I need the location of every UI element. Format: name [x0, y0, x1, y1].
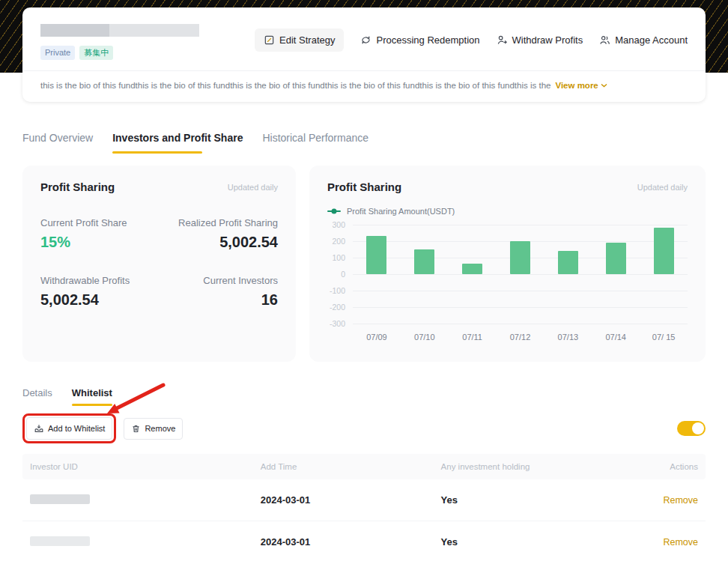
- withdraw-profits-label: Withdraw Profits: [512, 34, 583, 46]
- active-tab-underline: [112, 151, 202, 154]
- chart-bar: [366, 236, 386, 274]
- holding-cell: Yes: [441, 536, 638, 548]
- stat-withdrawable-profits: Withdrawable Profits 5,002.54: [40, 275, 160, 309]
- profit-sharing-bar-chart: 3002001000-100-200-300: [327, 225, 688, 324]
- processing-redemption-button[interactable]: Processing Redemption: [360, 34, 479, 46]
- chart-gridline: [353, 274, 688, 275]
- chart-gridline: [353, 291, 688, 291]
- row-remove-link[interactable]: Remove: [663, 495, 698, 506]
- annotation-highlight-box: Add to Whitelist: [22, 413, 116, 443]
- remove-button-label: Remove: [145, 424, 175, 433]
- y-axis-label: -300: [330, 319, 345, 328]
- x-axis-label: 07/ 15: [640, 333, 688, 342]
- whitelist-toggle[interactable]: [677, 421, 706, 436]
- chart-card-title: Profit Sharing: [327, 181, 401, 193]
- x-axis-label: 07/09: [353, 333, 401, 342]
- edit-strategy-label: Edit Strategy: [279, 34, 335, 46]
- chart-bar: [414, 249, 434, 274]
- stat-current-profit-share: Current Profit Share 15%: [40, 217, 160, 251]
- chart-bar: [462, 264, 482, 274]
- edit-icon: [264, 34, 275, 46]
- y-axis-label: -100: [330, 286, 345, 295]
- table-header-row: Investor UID Add Time Any investment hol…: [22, 454, 706, 479]
- stats-grid: Current Profit Share 15% Realized Profit…: [40, 217, 278, 309]
- tab-fund-overview[interactable]: Fund Overview: [22, 132, 93, 154]
- header-actions: Actions: [638, 462, 698, 471]
- private-badge: Private: [40, 46, 75, 60]
- remove-button[interactable]: Remove: [124, 418, 183, 440]
- header-investor-uid: Investor UID: [30, 462, 261, 471]
- manage-account-icon: [599, 34, 610, 46]
- y-axis-label: 100: [332, 253, 345, 262]
- view-more-link[interactable]: View more: [555, 81, 607, 90]
- chart-gridline: [353, 307, 688, 308]
- table-row: 2024-03-01 Yes Remove: [22, 479, 706, 521]
- redemption-icon: [360, 34, 371, 46]
- fund-header-card: Private 募集中 Edit Strategy: [22, 7, 706, 102]
- updated-daily-label: Updated daily: [228, 183, 278, 192]
- whitelist-toolbar: Add to Whitelist Remove: [22, 413, 706, 443]
- investor-uid-redacted: [30, 494, 90, 504]
- tab-fund-overview-label: Fund Overview: [22, 132, 93, 144]
- edit-strategy-button[interactable]: Edit Strategy: [255, 28, 344, 52]
- recruiting-badge: 募集中: [79, 46, 113, 60]
- tab-details-label: Details: [22, 387, 52, 398]
- chart-bar: [510, 241, 530, 274]
- stat-current-investors: Current Investors 16: [160, 275, 279, 309]
- investor-uid-redacted: [30, 536, 90, 546]
- add-to-whitelist-label: Add to Whitelist: [48, 424, 105, 433]
- badges-row: Private 募集中: [40, 46, 199, 60]
- stat-realized-profit-sharing: Realized Profit Sharing 5,002.54: [160, 217, 279, 251]
- processing-redemption-label: Processing Redemption: [376, 34, 479, 46]
- chart-updated-daily-label: Updated daily: [637, 183, 688, 192]
- view-more-label: View more: [555, 81, 598, 90]
- y-axis-label: 0: [341, 270, 345, 279]
- fund-name-redacted: [40, 24, 199, 37]
- chart-gridline: [353, 324, 688, 324]
- y-axis-label: 200: [332, 237, 345, 246]
- chart-x-axis: 07/0907/1007/1107/1207/1307/1407/ 15: [353, 333, 688, 342]
- legend-label: Profit Sharing Amount(USDT): [347, 207, 455, 216]
- whitelist-tabs: Details Whitelist: [22, 387, 706, 406]
- add-to-whitelist-icon: [34, 423, 44, 434]
- chart-bar: [654, 228, 674, 274]
- chart-legend: Profit Sharing Amount(USDT): [327, 207, 688, 216]
- tab-details[interactable]: Details: [22, 387, 52, 406]
- table-row: 2024-03-01 Yes Remove: [22, 521, 706, 561]
- x-axis-label: 07/14: [592, 333, 640, 342]
- legend-line-dot-icon: [327, 210, 341, 212]
- tab-investors-label: Investors and Profit Share: [112, 132, 243, 144]
- tab-whitelist[interactable]: Whitelist: [72, 387, 112, 406]
- add-to-whitelist-button[interactable]: Add to Whitelist: [26, 417, 112, 440]
- header-add-time: Add Time: [261, 462, 441, 471]
- manage-account-label: Manage Account: [615, 34, 688, 46]
- main-tabs: Fund Overview Investors and Profit Share…: [22, 132, 706, 154]
- holding-cell: Yes: [441, 494, 638, 506]
- tab-whitelist-label: Whitelist: [72, 387, 112, 398]
- chart-plot: [353, 225, 688, 324]
- chart-y-axis: 3002001000-100-200-300: [327, 225, 353, 324]
- whitelist-tab-underline: [72, 404, 112, 406]
- fund-bio-text: this is the bio of this fundthis is the …: [40, 81, 550, 90]
- profit-sharing-chart-card: Profit Sharing Updated daily Profit Shar…: [309, 166, 706, 362]
- x-axis-label: 07/12: [497, 333, 545, 342]
- profit-sharing-stats-card: Profit Sharing Updated daily Current Pro…: [22, 166, 296, 362]
- x-axis-label: 07/13: [544, 333, 592, 342]
- add-time-cell: 2024-03-01: [261, 494, 441, 506]
- chevron-down-icon: [601, 83, 607, 88]
- tab-investors-profit-share[interactable]: Investors and Profit Share: [112, 132, 243, 154]
- manage-account-button[interactable]: Manage Account: [599, 34, 688, 46]
- trash-icon: [131, 424, 141, 434]
- x-axis-label: 07/11: [449, 333, 497, 342]
- toggle-knob: [692, 422, 704, 434]
- withdraw-icon: [497, 34, 508, 46]
- tab-historical-label: Historical Performance: [262, 132, 368, 144]
- y-axis-label: -200: [330, 303, 345, 312]
- header-investment-holding: Any investment holding: [441, 462, 638, 471]
- stats-card-title: Profit Sharing: [40, 181, 115, 193]
- withdraw-profits-button[interactable]: Withdraw Profits: [497, 34, 583, 46]
- row-remove-link[interactable]: Remove: [663, 537, 698, 548]
- header-actions: Edit Strategy Processing Redemption: [255, 28, 688, 52]
- chart-bar: [558, 251, 578, 274]
- tab-historical-performance[interactable]: Historical Performance: [262, 132, 368, 154]
